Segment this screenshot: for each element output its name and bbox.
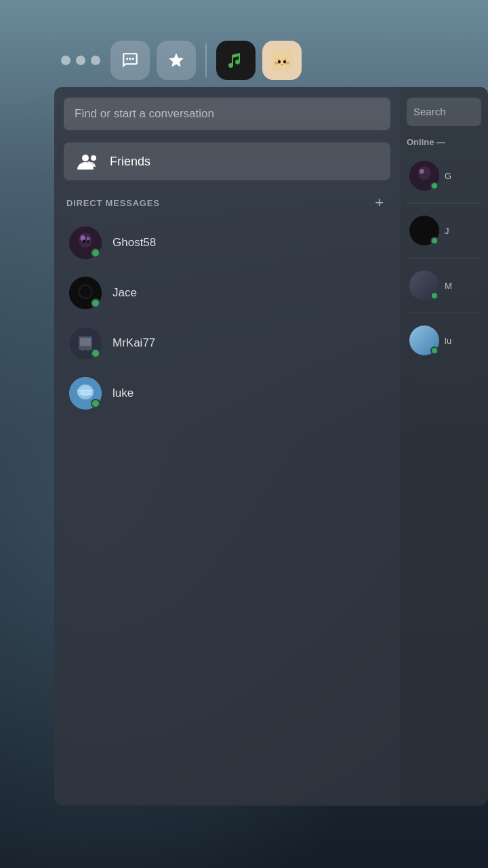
svg-point-9: [283, 60, 286, 64]
right-search-placeholder: Search: [413, 106, 446, 117]
svg-rect-29: [87, 347, 89, 351]
dm-item-luke[interactable]: luke: [64, 370, 390, 416]
friends-people-icon: [77, 152, 100, 171]
avatar-wrap-luke: [69, 377, 102, 410]
top-bar: [54, 41, 488, 87]
chat-icon: [121, 52, 139, 69]
right-dm-item-luke[interactable]: lu: [407, 320, 481, 361]
right-status-dot-jace: [430, 237, 439, 245]
panels-row: Find or start a conversation Friends DIR…: [54, 87, 488, 806]
right-search-bar[interactable]: Search: [407, 98, 481, 126]
divider: [205, 43, 207, 77]
right-avatar-wrap-jace: [409, 216, 439, 245]
dm-section-title: DIRECT MESSAGES: [66, 198, 160, 208]
dot-2: [76, 56, 85, 65]
right-panel: Search Online —: [400, 87, 488, 806]
dm-list: Ghost58 Jace: [64, 220, 390, 416]
svg-point-20: [83, 240, 85, 243]
app-container: Find or start a conversation Friends DIR…: [54, 41, 488, 827]
svg-point-38: [420, 169, 424, 174]
svg-point-17: [79, 233, 92, 248]
status-dot-jace: [91, 298, 100, 308]
friends-icon: [77, 152, 100, 171]
cat-app-icon[interactable]: [262, 41, 302, 80]
right-dm-item-mrkai77[interactable]: M: [407, 265, 481, 306]
window-dots: [61, 56, 100, 65]
dm-item-jace[interactable]: Jace: [64, 270, 390, 316]
dm-item-ghost58[interactable]: Ghost58: [64, 220, 390, 266]
right-avatar-wrap-mrkai77: [409, 271, 439, 300]
svg-point-0: [126, 58, 128, 60]
right-name-ghost58: G: [445, 171, 451, 181]
dm-name-luke: luke: [113, 387, 134, 400]
search-placeholder: Find or start a conversation: [75, 107, 214, 120]
dm-name-ghost58: Ghost58: [113, 236, 156, 250]
svg-point-8: [278, 60, 281, 64]
dm-name-jace: Jace: [113, 286, 137, 300]
svg-point-2: [132, 58, 134, 60]
friends-label: Friends: [110, 155, 150, 169]
svg-rect-28: [81, 347, 84, 351]
svg-rect-3: [225, 50, 247, 71]
right-avatar-wrap-ghost58: [409, 161, 439, 191]
status-dot-mrkai77: [91, 349, 100, 358]
online-label: Online —: [407, 137, 481, 147]
star-icon: [167, 52, 185, 69]
right-dm-item-jace[interactable]: J: [407, 210, 481, 251]
right-avatar-wrap-luke: [409, 326, 439, 355]
svg-point-14: [82, 155, 89, 161]
right-divider-1: [407, 203, 481, 203]
add-dm-button[interactable]: +: [371, 194, 388, 212]
music-app-icon[interactable]: [216, 41, 256, 80]
svg-point-1: [129, 58, 131, 60]
chat-button[interactable]: [110, 41, 150, 80]
svg-point-24: [80, 286, 91, 297]
avatar-wrap-jace: [69, 277, 102, 309]
cat-icon: [271, 50, 293, 71]
right-status-dot-mrkai77: [430, 292, 439, 300]
dot-1: [61, 56, 70, 65]
right-divider-3: [407, 313, 481, 313]
right-dm-list: G J: [407, 155, 481, 361]
svg-point-21: [87, 240, 89, 243]
status-dot-ghost58: [91, 248, 100, 258]
dot-3: [91, 56, 100, 65]
right-divider-2: [407, 258, 481, 258]
right-name-mrkai77: M: [445, 281, 452, 291]
dm-item-mrkai77[interactable]: MrKai77: [64, 320, 390, 366]
svg-point-37: [418, 166, 430, 180]
avatar-wrap-ghost58: [69, 226, 102, 259]
search-bar[interactable]: Find or start a conversation: [64, 98, 390, 130]
friends-button[interactable]: Friends: [64, 142, 390, 180]
right-status-dot-luke: [430, 347, 439, 355]
right-name-luke: lu: [445, 336, 451, 346]
right-name-jace: J: [445, 226, 449, 236]
avatar-wrap-mrkai77: [69, 327, 102, 359]
left-panel: Find or start a conversation Friends DIR…: [54, 87, 400, 806]
svg-point-15: [91, 155, 96, 161]
music-note-icon: [225, 50, 247, 71]
dm-name-mrkai77: MrKai77: [113, 336, 155, 350]
favorites-button[interactable]: [157, 41, 196, 80]
svg-point-35: [77, 391, 94, 396]
right-status-dot-ghost58: [430, 182, 439, 190]
right-dm-item-ghost58[interactable]: G: [407, 155, 481, 196]
svg-rect-27: [80, 338, 91, 346]
status-dot-luke: [91, 399, 100, 408]
dm-header: DIRECT MESSAGES +: [64, 194, 390, 212]
